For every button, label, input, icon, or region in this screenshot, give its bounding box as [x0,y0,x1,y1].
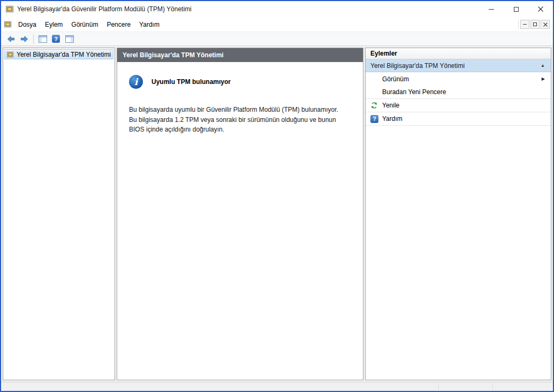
maximize-button[interactable] [504,1,528,17]
app-icon [5,5,14,13]
actions-pane: Eylemler Yerel Bilgisayar'da TPM Yönetim… [365,48,551,380]
action-item-yardim[interactable]: ? Yardım [366,112,551,126]
mdi-close-button[interactable] [541,20,550,29]
status-panel [439,382,492,391]
back-button[interactable] [4,33,18,45]
results-pane-title: Yerel Bilgisayar'da TPM Yönetimi [123,51,224,59]
results-pane-header: Yerel Bilgisayar'da TPM Yönetimi [117,48,363,62]
show-action-pane-button[interactable] [63,33,76,45]
action-group-title: Yerel Bilgisayar'da TPM Yönetimi [370,62,541,70]
close-button[interactable] [528,1,553,17]
window-title: Yerel Bilgisayar'da Güvenilir Platform M… [17,5,479,13]
action-item-yenile[interactable]: Yenile [366,99,551,112]
mdi-restore-button[interactable] [530,20,540,29]
action-item-label: Yardım [382,115,546,122]
tpm-node-icon [6,51,14,58]
forward-arrow-icon [20,35,29,43]
action-item-label: Buradan Yeni Pencere [382,88,546,96]
console-tree-pane: Yerel Bilgisayar'da TPM Yönetimi [3,48,115,380]
content-area: Yerel Bilgisayar'da TPM Yönetimi Yerel B… [1,46,553,382]
submenu-arrow-icon: ▶ [542,76,546,81]
menu-gorunum[interactable]: Görünüm [67,18,102,31]
mdi-minimize-button[interactable] [520,20,529,29]
show-console-tree-button[interactable] [36,33,49,45]
actions-pane-header: Eylemler [366,48,551,59]
info-message-body: Bu bilgisayarda uyumlu bir Güvenilir Pla… [129,105,351,135]
collapse-arrow-icon[interactable]: ▲ [541,63,546,68]
action-item-gorunum[interactable]: Görünüm ▶ [366,72,551,86]
mmc-window: Yerel Bilgisayar'da Güvenilir Platform M… [0,0,554,392]
status-panel-main [1,382,438,391]
status-panel [493,382,553,391]
back-arrow-icon [6,35,16,43]
info-message-title: Uyumlu TPM bulunamıyor [151,78,231,86]
menu-eylem[interactable]: Eylem [41,18,67,31]
info-message-row: i Uyumlu TPM bulunamıyor [129,75,351,89]
action-group-bar[interactable]: Yerel Bilgisayar'da TPM Yönetimi ▲ [366,59,551,72]
statusbar [1,382,553,391]
titlebar: Yerel Bilgisayar'da Güvenilir Platform M… [1,1,553,17]
close-icon [538,6,543,12]
help-icon: ? [370,115,378,123]
app-icon-small [4,20,12,28]
minimize-icon [489,9,494,10]
info-body-line: BIOS içinde açıldığını doğrulayın. [129,125,351,135]
info-body-line: Bu bilgisayarda uyumlu bir Güvenilir Pla… [129,105,351,115]
action-icon-slot [370,102,382,109]
results-pane-body: i Uyumlu TPM bulunamıyor Bu bilgisayarda… [117,62,363,148]
action-icon-slot: ? [370,115,382,123]
menu-pencere[interactable]: Pencere [102,18,135,31]
mdi-restore-icon [533,22,537,26]
info-body-line: Bu bilgisayarda 1.2 TPM veya sonraki bir… [129,115,351,125]
menubar: Dosya Eylem Görünüm Pencere Yardım [1,17,553,32]
actions-pane-title: Eylemler [370,50,397,57]
console-pane-icon [65,35,74,43]
console-pane-icon [39,35,47,43]
tree-item-label: Yerel Bilgisayar'da TPM Yönetimi [17,51,111,58]
toolbar-separator [33,34,34,44]
minimize-button[interactable] [479,1,504,17]
action-item-label: Görünüm [382,75,542,83]
results-pane: Yerel Bilgisayar'da TPM Yönetimi i Uyuml… [117,48,363,380]
maximize-icon [514,7,519,12]
menu-yardim[interactable]: Yardım [135,18,164,31]
toolbar-help-button[interactable]: ? [49,33,63,45]
toolbar: ? [1,32,553,46]
tree-item-tpm-root[interactable]: Yerel Bilgisayar'da TPM Yönetimi [4,49,113,59]
action-item-label: Yenile [382,102,546,109]
mdi-minimize-icon [523,24,527,25]
menu-dosya[interactable]: Dosya [14,18,41,31]
help-icon: ? [52,35,60,43]
mdi-close-icon [543,22,548,27]
info-icon: i [129,75,143,89]
action-item-buradan-yeni-pencere[interactable]: Buradan Yeni Pencere [366,86,551,99]
forward-button[interactable] [18,33,31,45]
mdi-separator [518,20,519,29]
refresh-icon [370,102,378,109]
